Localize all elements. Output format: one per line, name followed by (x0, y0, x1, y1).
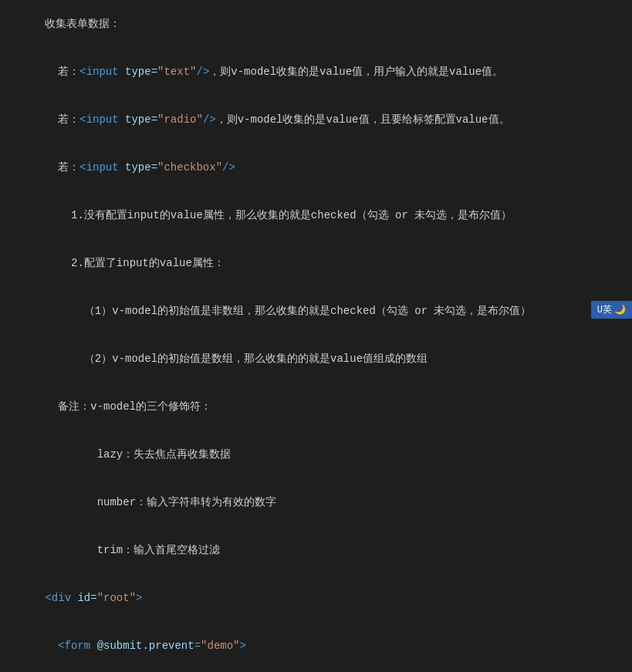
line-1: 收集表单数据： (0, 0, 632, 48)
watermark-area: U英 🌙 (591, 301, 632, 319)
line-3: 若：<input type="radio"/>，则v-model收集的是valu… (0, 96, 632, 144)
line-5: 1.没有配置input的value属性，那么收集的就是checked（勾选 or… (0, 191, 632, 239)
line-4: 若：<input type="checkbox"/> (0, 144, 632, 191)
line-14: <form @submit.prevent="demo"> (0, 622, 632, 670)
line-2: 若：<input type="text"/>，则v-model收集的是value… (0, 48, 632, 96)
line-12: trim：输入首尾空格过滤 (0, 526, 632, 574)
lang-icon: U英 (597, 303, 612, 316)
line-10: lazy：失去焦点再收集数据 (0, 431, 632, 478)
line-13: <div id="root"> (0, 574, 632, 622)
code-editor: 收集表单数据： 若：<input type="text"/>，则v-model收… (0, 0, 632, 672)
lang-badge: U英 🌙 (591, 301, 632, 319)
text-collect-form: 收集表单数据： (45, 18, 120, 30)
line-11: number：输入字符串转为有效的数字 (0, 478, 632, 526)
line-7: （1）v-model的初始值是非数组，那么收集的就是checked（勾选 or … (0, 287, 632, 335)
line-8: （2）v-model的初始值是数组，那么收集的的就是value值组成的数组 (0, 335, 632, 383)
line-9: 备注：v-model的三个修饰符： (0, 383, 632, 431)
moon-icon: 🌙 (614, 304, 626, 316)
line-6: 2.配置了input的value属性： (0, 239, 632, 287)
